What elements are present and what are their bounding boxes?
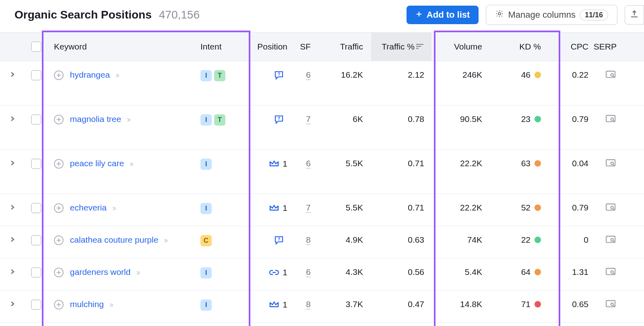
- add-keyword-icon[interactable]: [54, 235, 64, 245]
- add-keyword-icon[interactable]: [54, 268, 64, 277]
- keyword-link[interactable]: mulching: [70, 299, 104, 309]
- sf-value[interactable]: 8: [306, 299, 311, 309]
- add-keyword-icon[interactable]: [54, 203, 64, 213]
- page-title: Organic Search Positions: [14, 8, 152, 21]
- col-traffic-pct[interactable]: Traffic %: [371, 32, 431, 61]
- chevron-right-icon: ››: [127, 115, 130, 124]
- intent-badges: I: [200, 299, 238, 311]
- expand-row-icon[interactable]: [9, 235, 16, 245]
- row-checkbox[interactable]: [31, 114, 41, 125]
- intent-badge-i: I: [200, 203, 212, 214]
- row-checkbox[interactable]: [31, 299, 41, 310]
- row-checkbox[interactable]: [31, 159, 41, 169]
- expand-row-icon[interactable]: [9, 203, 16, 213]
- select-all-checkbox[interactable]: [31, 41, 41, 52]
- manage-columns-label: Manage columns: [508, 10, 576, 20]
- expand-row-icon[interactable]: [9, 267, 16, 277]
- col-serp[interactable]: SERP: [592, 42, 625, 52]
- export-button[interactable]: [625, 5, 644, 25]
- col-intent[interactable]: Intent: [200, 42, 238, 52]
- chevron-right-icon: ››: [136, 268, 139, 276]
- position-question-icon: [274, 114, 284, 125]
- add-keyword-icon[interactable]: [54, 115, 64, 124]
- intent-badge-t: T: [214, 70, 225, 81]
- col-volume[interactable]: Volume: [431, 42, 488, 52]
- position-value: 1: [283, 268, 287, 277]
- position-value: 1: [283, 300, 287, 309]
- col-keyword[interactable]: Keyword: [47, 42, 200, 52]
- row-checkbox[interactable]: [31, 70, 41, 80]
- serp-snapshot-icon[interactable]: [605, 70, 617, 81]
- add-keyword-icon[interactable]: [54, 300, 64, 309]
- expand-row-icon[interactable]: [9, 159, 16, 168]
- add-to-list-button[interactable]: Add to list: [407, 6, 479, 24]
- svg-rect-1: [416, 44, 423, 45]
- add-keyword-icon[interactable]: [54, 70, 64, 80]
- keyword-link[interactable]: peace lily care: [70, 159, 124, 168]
- keyword-link[interactable]: gardeners world: [70, 267, 131, 276]
- kd-cell: 63: [488, 159, 541, 168]
- sf-value[interactable]: 6: [306, 70, 311, 80]
- col-kd[interactable]: KD %: [488, 42, 548, 52]
- volume-value: 22.2K: [431, 159, 488, 168]
- position-crown-icon: [269, 203, 279, 213]
- col-traffic[interactable]: Traffic: [315, 42, 371, 52]
- row-checkbox[interactable]: [31, 267, 41, 278]
- chevron-right-icon: ››: [109, 300, 112, 309]
- add-keyword-icon[interactable]: [54, 159, 64, 169]
- serp-snapshot-icon[interactable]: [605, 159, 617, 169]
- serp-snapshot-icon[interactable]: [605, 267, 617, 278]
- kd-value: 64: [521, 267, 530, 277]
- col-cpc[interactable]: CPC: [548, 42, 592, 52]
- sf-value[interactable]: 7: [306, 203, 311, 213]
- kd-cell: 46: [488, 70, 541, 80]
- position-cell: 1: [238, 203, 287, 213]
- keyword-cell: echeveria ››: [47, 203, 200, 213]
- position-cell: [238, 70, 287, 80]
- traffic-value: 3.7K: [315, 299, 371, 309]
- kd-difficulty-dot: [535, 301, 541, 307]
- sf-value[interactable]: 7: [306, 114, 311, 124]
- keyword-link[interactable]: magnolia tree: [70, 114, 121, 124]
- traffic-pct-value: 2.12: [371, 70, 431, 80]
- serp-snapshot-icon[interactable]: [605, 235, 617, 246]
- row-checkbox[interactable]: [31, 235, 41, 246]
- traffic-value: 4.3K: [315, 267, 371, 277]
- serp-snapshot-icon[interactable]: [605, 203, 617, 214]
- intent-badges: I: [200, 267, 238, 279]
- sf-value[interactable]: 6: [306, 267, 311, 277]
- svg-rect-3: [416, 48, 419, 49]
- expand-row-icon[interactable]: [9, 299, 16, 309]
- intent-badge-c: C: [200, 235, 212, 246]
- sf-value[interactable]: 8: [306, 235, 311, 245]
- cpc-value: 0.04: [548, 159, 592, 168]
- keyword-link[interactable]: hydrangea: [70, 70, 110, 79]
- table-row: hydrangea ›› IT 616.2K2.12246K 46 0.22: [0, 61, 644, 105]
- kd-value: 23: [521, 114, 530, 124]
- sf-value[interactable]: 6: [306, 159, 311, 169]
- intent-badge-i: I: [200, 70, 212, 81]
- manage-columns-button[interactable]: Manage columns 11/16: [486, 5, 617, 25]
- expand-row-icon[interactable]: [9, 114, 16, 124]
- intent-badges: C: [200, 235, 238, 246]
- col-position[interactable]: Position: [238, 42, 292, 52]
- serp-snapshot-icon[interactable]: [605, 299, 617, 310]
- kd-value: 52: [521, 203, 530, 213]
- volume-value: 90.5K: [431, 114, 488, 124]
- table-row: mulching ›› I 1 83.7K0.4714.8K 71 0.65: [0, 291, 644, 323]
- keyword-link[interactable]: echeveria: [70, 203, 107, 212]
- expand-row-icon[interactable]: [9, 70, 16, 80]
- intent-badge-i: I: [200, 267, 212, 279]
- traffic-pct-value: 0.78: [371, 114, 431, 124]
- volume-value: 14.8K: [431, 299, 488, 309]
- row-checkbox[interactable]: [31, 203, 41, 213]
- col-sf[interactable]: SF: [292, 42, 315, 52]
- serp-snapshot-icon[interactable]: [605, 114, 617, 125]
- keyword-link[interactable]: calathea couture purple: [70, 235, 159, 244]
- kd-cell: 23: [488, 114, 541, 124]
- kd-difficulty-dot: [535, 237, 541, 243]
- svg-point-0: [498, 12, 501, 15]
- keyword-cell: calathea couture purple ››: [47, 235, 200, 245]
- cpc-value: 0.79: [548, 114, 592, 124]
- kd-cell: 22: [488, 235, 541, 245]
